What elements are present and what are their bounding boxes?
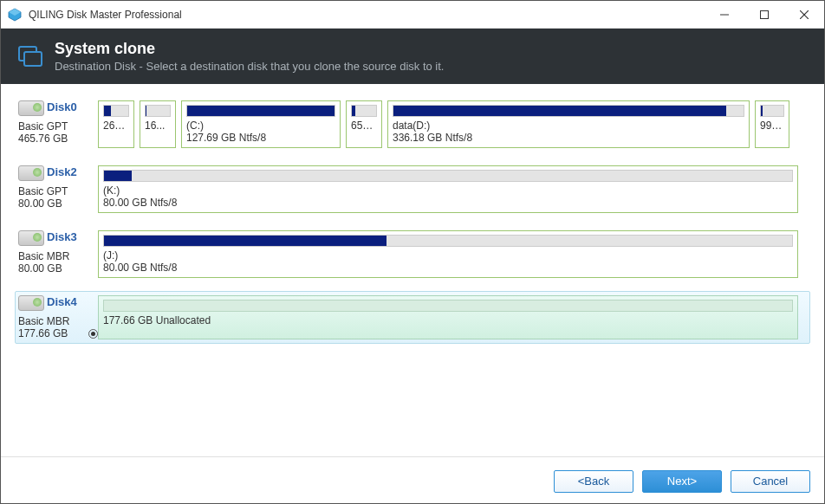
usage-bar [103,170,793,182]
disk-row[interactable]: Disk4Basic MBR177.66 GB177.66 GB Unalloc… [15,291,810,344]
partition[interactable]: 653... [346,100,382,148]
disk-name: Disk2 [47,165,77,178]
disk-icon [18,165,44,181]
partition[interactable]: (C:)127.69 GB Ntfs/8 [181,100,341,148]
partition-sublabel: 177.66 GB Unallocated [103,314,793,326]
partition-label: data(D:) [393,120,744,132]
partition[interactable]: 16... [140,100,176,148]
partition-sublabel: 80.00 GB Ntfs/8 [103,262,793,274]
partition[interactable]: 177.66 GB Unallocated [98,295,798,339]
partition-sublabel: 80.00 GB Ntfs/8 [103,197,793,209]
disk-name: Disk0 [47,100,77,113]
usage-bar [351,105,377,117]
disk-icon [18,230,44,246]
partition[interactable]: 995... [755,100,789,148]
disk-icon [18,100,44,116]
disk-type: Basic MBR [18,315,98,327]
partition[interactable]: (J:)80.00 GB Ntfs/8 [98,230,798,278]
partition[interactable]: (K:)80.00 GB Ntfs/8 [98,165,798,213]
usage-bar [103,105,129,117]
page-subtitle: Destination Disk - Select a destination … [55,60,444,73]
app-icon [8,8,22,22]
partition-sublabel: 653... [351,120,377,132]
disk-name: Disk4 [47,295,77,308]
partition-sublabel: 260... [103,120,129,132]
partition-label: (K:) [103,184,793,197]
close-button[interactable] [784,1,824,29]
disk-radio[interactable] [88,329,98,339]
partition-label: (J:) [103,249,793,262]
disk-info: Disk0Basic GPT465.76 GB [18,100,98,148]
usage-bar [186,105,335,117]
partition-group: (K:)80.00 GB Ntfs/8 [98,165,807,213]
page-header: System clone Destination Disk - Select a… [1,29,824,84]
disk-row[interactable]: Disk2Basic GPT80.00 GB(K:)80.00 GB Ntfs/… [15,161,810,217]
partition-sublabel: 336.18 GB Ntfs/8 [393,132,744,144]
disk-size: 177.66 GB [18,327,98,339]
disk-info: Disk4Basic MBR177.66 GB [18,295,98,339]
partition[interactable]: data(D:)336.18 GB Ntfs/8 [387,100,750,148]
usage-bar [393,105,744,117]
partition-group: 260...16...(C:)127.69 GB Ntfs/8653...dat… [98,100,807,148]
disk-row[interactable]: Disk0Basic GPT465.76 GB260...16...(C:)12… [15,96,810,152]
disk-row[interactable]: Disk3Basic MBR80.00 GB(J:)80.00 GB Ntfs/… [15,226,810,282]
partition-group: 177.66 GB Unallocated [98,295,807,339]
disk-type: Basic GPT [18,120,98,132]
usage-bar [103,235,793,247]
cancel-button[interactable]: Cancel [731,470,810,493]
svg-rect-3 [761,10,769,18]
disk-type: Basic MBR [18,250,98,262]
usage-bar [103,300,793,312]
disk-list: Disk0Basic GPT465.76 GB260...16...(C:)12… [1,84,824,456]
partition-group: (J:)80.00 GB Ntfs/8 [98,230,807,278]
svg-rect-7 [24,52,42,66]
header-text: System clone Destination Disk - Select a… [55,40,444,73]
disk-size: 80.00 GB [18,262,98,275]
usage-bar [145,105,171,117]
back-button[interactable]: <Back [554,470,633,493]
footer: <Back Next> Cancel [1,456,824,504]
partition-sublabel: 995... [760,120,784,132]
partition[interactable]: 260... [98,100,134,148]
usage-bar [760,105,784,117]
disk-info: Disk2Basic GPT80.00 GB [18,165,98,213]
disk-info: Disk3Basic MBR80.00 GB [18,230,98,278]
maximize-button[interactable] [744,1,784,29]
disk-icon [18,295,44,311]
minimize-button[interactable] [705,1,744,29]
titlebar: QILING Disk Master Professional [1,1,824,29]
disk-size: 80.00 GB [18,197,98,210]
page-title: System clone [55,40,444,58]
disk-size: 465.76 GB [18,132,98,145]
disk-name: Disk3 [47,230,77,243]
disk-type: Basic GPT [18,185,98,197]
partition-sublabel: 127.69 GB Ntfs/8 [186,132,335,144]
next-button[interactable]: Next> [642,470,722,493]
window-controls [705,1,824,29]
partition-sublabel: 16... [145,120,171,132]
clone-icon [16,42,44,70]
app-title: QILING Disk Master Professional [29,9,705,21]
partition-label: (C:) [186,120,335,132]
